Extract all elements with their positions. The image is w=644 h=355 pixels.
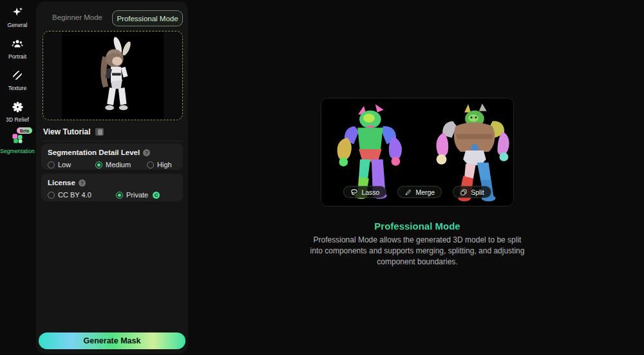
sidebar-item-general[interactable]: General bbox=[0, 5, 35, 28]
help-icon[interactable]: ? bbox=[79, 179, 86, 187]
sidebar-item-segmentation[interactable]: Beta Segmentation bbox=[0, 131, 35, 154]
radio-label: CC BY 4.0 bbox=[58, 191, 91, 199]
radio-label: Low bbox=[58, 161, 71, 168]
detail-level-options: Low Medium High bbox=[48, 161, 176, 168]
model-preview-image bbox=[62, 32, 164, 120]
tab-professional-mode[interactable]: Professional Mode bbox=[112, 10, 183, 26]
sidebar-label: Segmentation bbox=[0, 148, 35, 154]
sidebar-label: Portrait bbox=[8, 53, 26, 60]
merge-button[interactable]: Merge bbox=[397, 186, 442, 198]
tool-label: Split bbox=[471, 188, 484, 196]
help-icon[interactable]: ? bbox=[143, 149, 150, 156]
sidebar-item-texture[interactable]: Texture bbox=[0, 68, 35, 91]
radio-circle bbox=[95, 161, 102, 168]
sidebar-label: Texture bbox=[8, 85, 27, 91]
radio-label: Private bbox=[126, 191, 148, 199]
radio-high[interactable]: High bbox=[147, 161, 172, 168]
segmentation-panel: Beginner Mode Professional Mode bbox=[36, 1, 188, 354]
radio-label: High bbox=[157, 161, 172, 168]
license-options: CC BY 4.0 Private C bbox=[48, 191, 176, 199]
texture-icon bbox=[10, 68, 24, 82]
mode-description: Professional Mode allows the generated 3… bbox=[308, 235, 527, 268]
model-preview[interactable] bbox=[43, 31, 183, 120]
tool-label: Lasso bbox=[361, 188, 379, 196]
radio-low[interactable]: Low bbox=[48, 161, 95, 168]
relief-gear-icon bbox=[10, 100, 24, 114]
view-tutorial[interactable]: View Tutorial bbox=[43, 127, 104, 136]
radio-circle bbox=[48, 192, 55, 199]
split-button[interactable]: Split bbox=[453, 186, 491, 198]
sidebar-label: General bbox=[8, 22, 28, 28]
left-robot-flat bbox=[337, 104, 402, 199]
detail-level-card: Segmentation Detail Level ? Low Medium H… bbox=[41, 143, 183, 170]
sparkle-icon bbox=[10, 5, 24, 19]
radio-circle bbox=[48, 161, 55, 168]
segmentation-icon: Beta bbox=[10, 131, 24, 145]
generate-mask-button[interactable]: Generate Mask bbox=[39, 332, 185, 349]
lasso-icon bbox=[350, 188, 358, 196]
tool-buttons: Lasso Merge Split bbox=[321, 186, 513, 198]
split-icon bbox=[460, 188, 468, 196]
radio-medium[interactable]: Medium bbox=[95, 161, 147, 168]
divider bbox=[43, 141, 183, 141]
sidebar-item-3d-relief[interactable]: 3D Relief bbox=[0, 100, 35, 123]
video-icon bbox=[95, 128, 104, 136]
mode-heading: Professional Mode bbox=[321, 221, 514, 232]
beta-badge: Beta bbox=[17, 127, 32, 134]
private-icon: C bbox=[153, 192, 160, 199]
radio-circle bbox=[116, 192, 123, 199]
view-tutorial-label: View Tutorial bbox=[43, 127, 91, 136]
radio-cc-by[interactable]: CC BY 4.0 bbox=[48, 191, 116, 199]
tab-beginner-mode[interactable]: Beginner Mode bbox=[48, 14, 107, 21]
radio-label: Medium bbox=[106, 161, 131, 168]
portrait-icon bbox=[10, 37, 24, 51]
tool-label: Merge bbox=[415, 188, 435, 196]
sidebar-label: 3D Relief bbox=[6, 116, 29, 123]
segmentation-demo-image: Lasso Merge Split bbox=[321, 98, 514, 206]
sidebar: General Portrait Texture 3D Relief Beta bbox=[0, 0, 35, 355]
merge-pen-icon bbox=[404, 188, 412, 196]
app-screen: General Portrait Texture 3D Relief Beta bbox=[0, 0, 644, 355]
sidebar-item-portrait[interactable]: Portrait bbox=[0, 37, 35, 60]
lasso-button[interactable]: Lasso bbox=[343, 186, 386, 198]
detail-level-title: Segmentation Detail Level bbox=[48, 149, 140, 156]
license-card: License ? CC BY 4.0 Private C bbox=[41, 174, 183, 201]
license-title: License bbox=[48, 179, 75, 187]
radio-circle bbox=[147, 161, 154, 168]
radio-private[interactable]: Private C bbox=[116, 191, 160, 199]
mode-tabs: Beginner Mode Professional Mode bbox=[36, 10, 188, 27]
